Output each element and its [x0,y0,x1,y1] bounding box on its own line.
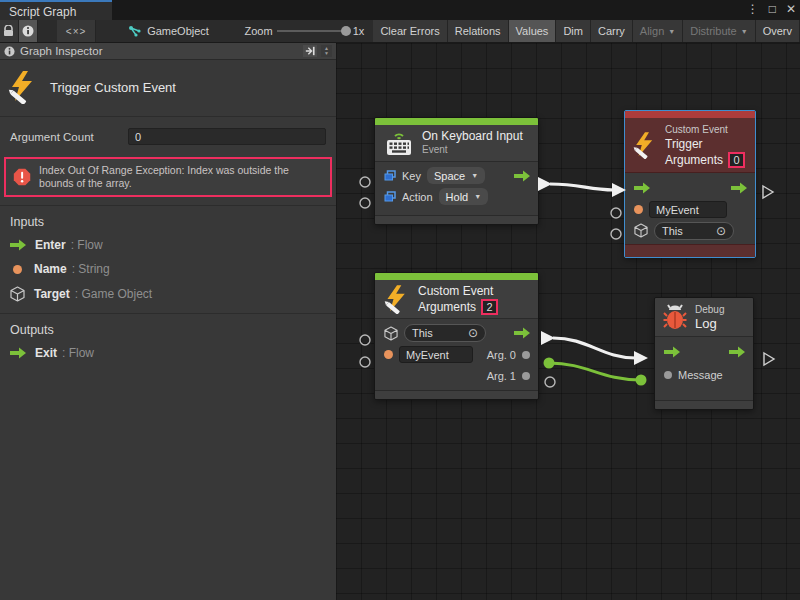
distribute-label: Distribute [690,25,736,37]
flow-output-port[interactable] [731,182,747,194]
string-port-icon[interactable] [384,350,393,359]
code-icon: <×> [66,26,87,37]
object-picker-icon[interactable]: ⊙ [468,326,478,340]
graph-owner[interactable]: GameObject [122,20,215,42]
target-value: This [662,225,683,237]
event-color-bar [375,273,538,280]
action-value: Hold [446,191,469,203]
arguments-label: Arguments [665,153,723,168]
chevron-down-icon: ▼ [324,51,329,56]
close-icon[interactable]: ✕ [786,2,796,16]
code-preview-button[interactable]: <×> [57,20,97,42]
align-button[interactable]: Align ▼ [633,20,683,42]
node-trigger-custom-event[interactable]: Custom Event Trigger Arguments 0 [624,110,756,258]
graph-inspector-header: Graph Inspector ▲▼ [0,43,336,60]
arguments-count-field[interactable]: 2 [481,299,498,315]
gameobject-graph-icon [128,25,142,37]
event-name-input[interactable] [649,201,727,218]
arguments-count-field[interactable]: 0 [728,152,745,168]
flow-input-port[interactable] [664,346,680,358]
chevron-down-icon: ▼ [474,193,481,200]
custom-event-icon [384,284,410,314]
lock-button[interactable] [0,20,19,42]
menu-icon[interactable]: ⋮ [747,2,759,16]
string-port-icon[interactable] [634,205,643,214]
zoom-value: 1x [353,25,365,37]
custom-event-icon [633,131,657,159]
flow-input-port[interactable] [634,182,650,194]
node-custom-event[interactable]: Custom Event Arguments 2 This ⊙ [374,272,539,400]
node-subtitle: Event [422,143,523,157]
tab-script-graph[interactable]: Script Graph [0,0,112,20]
cube-icon[interactable] [634,223,648,238]
flow-output-port[interactable] [514,170,530,182]
zoom-slider[interactable] [277,30,349,32]
port-type: : Game Object [75,287,152,301]
flow-output-port[interactable] [729,346,745,358]
arguments-label: Arguments [418,299,476,315]
dim-button[interactable]: Dim [556,20,591,42]
tab-bar: Script Graph ⋮ □ ✕ [0,0,800,20]
relations-button[interactable]: Relations [448,20,509,42]
values-button[interactable]: Values [509,20,557,42]
inputs-heading: Inputs [0,206,336,233]
bug-icon [663,304,687,330]
action-dropdown[interactable]: Hold ▼ [439,188,489,205]
input-row-target: Target : Game Object [0,281,336,307]
arg1-output-port[interactable] [522,372,530,380]
dock-panel-icon[interactable] [303,45,317,57]
node-debug-log[interactable]: Debug Log Message [654,297,754,410]
inspector-node-title: Trigger Custom Event [50,80,176,95]
port-name: Exit [35,346,57,360]
arg0-output-port[interactable] [522,351,530,359]
zoom-slider-handle[interactable] [341,26,351,36]
target-dropdown[interactable]: This ⊙ [404,324,486,342]
arg0-label: Arg. 0 [487,349,516,361]
clear-errors-button[interactable]: Clear Errors [373,20,447,42]
arg1-label: Arg. 1 [487,370,516,382]
key-value: Space [434,170,465,182]
custom-event-icon [8,70,38,104]
keyboard-input-icon [384,130,414,156]
argument-count-input[interactable] [128,128,326,145]
node-title: On Keyboard Input [422,129,523,143]
key-dropdown[interactable]: Space ▼ [427,167,485,184]
panel-stepper[interactable]: ▲▼ [321,45,332,57]
output-row-exit: Exit : Flow [0,341,336,365]
event-name-input[interactable] [399,346,473,363]
string-port-icon [13,265,22,274]
graph-inspector-title: Graph Inspector [20,45,303,57]
carry-button[interactable]: Carry [591,20,633,42]
outputs-heading: Outputs [0,314,336,341]
inspector-toggle-button[interactable] [19,20,38,42]
input-row-name: Name : String [0,257,336,281]
target-value: This [412,327,433,339]
node-title: Trigger [665,137,745,152]
info-icon [4,46,15,57]
message-input-port[interactable] [664,371,672,379]
error-color-bar [625,111,755,118]
chevron-down-icon: ▼ [741,28,748,35]
port-name: Target [34,287,70,301]
node-on-keyboard-input[interactable]: On Keyboard Input Event Key Space ▼ [374,117,539,225]
distribute-button[interactable]: Distribute ▼ [683,20,755,42]
graph-canvas[interactable]: On Keyboard Input Event Key Space ▼ [336,43,800,600]
cube-icon[interactable] [384,326,398,341]
window-controls: ⋮ □ ✕ [747,2,796,16]
node-category: Debug [695,303,724,317]
target-dropdown[interactable]: This ⊙ [654,222,734,240]
object-picker-icon[interactable]: ⊙ [716,224,726,238]
maximize-icon[interactable]: □ [769,2,776,16]
flow-arrow-icon [10,239,26,251]
action-label: Action [402,191,433,203]
gameobject-label: GameObject [147,25,209,37]
flow-arrow-icon [10,347,26,359]
flow-output-port[interactable] [514,327,530,339]
node-title: Custom Event [418,283,498,299]
key-enum-icon [384,170,396,181]
node-category: Custom Event [665,122,745,137]
graph-toolbar: <×> GameObject Zoom 1x Clear Errors Rela… [0,20,800,43]
input-row-enter: Enter : Flow [0,233,336,257]
overview-button[interactable]: Overv [756,20,800,42]
port-type: : Flow [62,346,94,360]
